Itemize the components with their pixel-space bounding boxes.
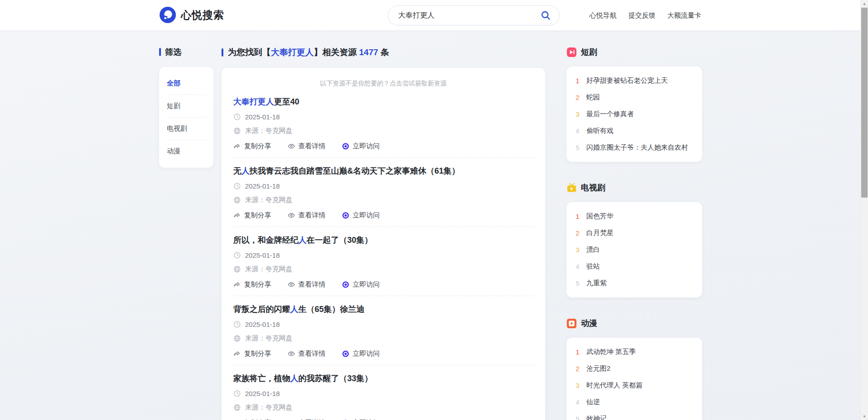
rank-item-label: 白月梵星 bbox=[586, 229, 613, 237]
copy-share-button[interactable]: 复制分享 bbox=[233, 211, 271, 220]
rank-heading: 动漫 bbox=[566, 318, 702, 329]
filter-item-all[interactable]: 全部 bbox=[167, 72, 206, 95]
result-source-row: 来源：夸克网盘 bbox=[233, 265, 533, 274]
results-count: 1477 bbox=[359, 47, 378, 57]
rank-item-label: 九重紫 bbox=[586, 279, 607, 288]
rank-list: 1好孕甜妻被钻石老公宠上天2蛇园3最后一个修真者4偷听有戏5闪婚京圈太子爷：夫人… bbox=[575, 72, 694, 156]
rank-number: 4 bbox=[575, 127, 580, 135]
result-date: 2025-01-18 bbox=[245, 182, 280, 190]
refresh-notice[interactable]: 以下资源不是你想要的？点击尝试获取新资源 bbox=[233, 77, 533, 89]
copy-share-button[interactable]: 复制分享 bbox=[233, 142, 271, 151]
result-source: 来源：夸克网盘 bbox=[245, 403, 292, 412]
site-logo[interactable]: 心悦搜索 bbox=[159, 6, 224, 24]
copy-share-button[interactable]: 复制分享 bbox=[233, 280, 271, 289]
rank-item[interactable]: 4驻站 bbox=[575, 258, 694, 275]
eye-icon bbox=[288, 142, 295, 150]
visit-now-button[interactable]: 立即访问 bbox=[342, 349, 380, 358]
rank-card: 1国色芳华2白月梵星3漂白4驻站5九重紫 bbox=[566, 202, 702, 297]
copy-share-button[interactable]: 复制分享 bbox=[233, 349, 271, 358]
page-scrollbar[interactable]: ▲ ▼ bbox=[860, 0, 868, 420]
visit-now-button[interactable]: 立即访问 bbox=[342, 280, 380, 289]
share-icon bbox=[233, 350, 241, 358]
rank-item[interactable]: 3时光代理人 英都篇 bbox=[575, 377, 694, 394]
clock-icon bbox=[233, 390, 241, 397]
filter-item-tvseries[interactable]: 电视剧 bbox=[167, 118, 206, 140]
rank-item-label: 仙逆 bbox=[586, 398, 600, 406]
result-title-link[interactable]: 无人扶我青云志我自踏雪至山巅&名动天下之家事难休（61集） bbox=[233, 165, 533, 176]
result-actions: 复制分享 查看详情 立即访问 bbox=[233, 349, 533, 358]
rank-item[interactable]: 1武动乾坤 第五季 bbox=[575, 344, 694, 360]
rank-number: 2 bbox=[575, 229, 580, 237]
rank-list: 1武动乾坤 第五季2沧元图23时光代理人 英都篇4仙逆5牧神记 bbox=[575, 344, 694, 420]
rank-item[interactable]: 2蛇园 bbox=[575, 89, 694, 106]
rank-heading: 电视剧 bbox=[566, 182, 702, 193]
rank-panel-anime: 动漫 1武动乾坤 第五季2沧元图23时光代理人 英都篇4仙逆5牧神记 bbox=[566, 318, 702, 420]
results-list: 大奉打更人更至40 2025-01-18 来源：夸克网盘 bbox=[233, 89, 533, 420]
rank-item[interactable]: 4偷听有戏 bbox=[575, 123, 694, 139]
visit-now-button[interactable]: 立即访问 bbox=[342, 211, 380, 220]
filter-item-anime[interactable]: 动漫 bbox=[167, 140, 206, 162]
rank-number: 4 bbox=[575, 398, 580, 406]
results-keyword: 大奉打更人 bbox=[271, 47, 314, 57]
rank-item[interactable]: 2白月梵星 bbox=[575, 225, 694, 241]
rank-item[interactable]: 5闪婚京圈太子爷：夫人她来自农村 bbox=[575, 139, 694, 156]
rank-item[interactable]: 3漂白 bbox=[575, 241, 694, 258]
results-title: 为您找到【大奉打更人】相关资源 1477 条 bbox=[228, 47, 389, 58]
nav-item-navigation[interactable]: 心悦导航 bbox=[590, 11, 617, 20]
globe-icon bbox=[233, 196, 241, 204]
rank-item[interactable]: 5牧神记 bbox=[575, 411, 694, 420]
rank-item[interactable]: 1好孕甜妻被钻石老公宠上天 bbox=[575, 72, 694, 89]
result-actions: 复制分享 查看详情 立即访问 bbox=[233, 211, 533, 220]
view-detail-label: 查看详情 bbox=[298, 142, 326, 151]
nav-item-feedback[interactable]: 提交反馈 bbox=[628, 11, 656, 20]
rank-item-label: 驻站 bbox=[586, 262, 600, 271]
view-detail-button[interactable]: 查看详情 bbox=[288, 349, 326, 358]
rank-item[interactable]: 4仙逆 bbox=[575, 394, 694, 411]
result-date: 2025-01-18 bbox=[245, 321, 280, 328]
filter-title: 筛选 bbox=[165, 47, 181, 57]
result-item: 无人扶我青云志我自踏雪至山巅&名动天下之家事难休（61集） 2025-01-18… bbox=[233, 158, 533, 227]
search-icon[interactable] bbox=[540, 9, 552, 21]
scrollbar-thumb[interactable] bbox=[861, 8, 868, 198]
globe-icon bbox=[233, 265, 241, 273]
search-input[interactable] bbox=[398, 11, 540, 19]
rank-panel-tvseries: 电视剧 1国色芳华2白月梵星3漂白4驻站5九重紫 bbox=[566, 182, 702, 297]
result-item: 大奉打更人更至40 2025-01-18 来源：夸克网盘 bbox=[233, 89, 533, 158]
view-detail-button[interactable]: 查看详情 bbox=[288, 211, 326, 220]
accent-bar bbox=[159, 48, 161, 56]
rank-item[interactable]: 3最后一个修真者 bbox=[575, 106, 694, 123]
copy-share-label: 复制分享 bbox=[244, 280, 271, 289]
rank-number: 3 bbox=[575, 382, 580, 389]
rankings-sidebar: 短剧 1好孕甜妻被钻石老公宠上天2蛇园3最后一个修真者4偷听有戏5闪婚京圈太子爷… bbox=[566, 47, 702, 420]
result-title-link[interactable]: 所以，和金牌经纪人在一起了（30集） bbox=[233, 235, 533, 245]
view-detail-button[interactable]: 查看详情 bbox=[288, 142, 326, 151]
logo-text: 心悦搜索 bbox=[181, 8, 224, 22]
rank-item[interactable]: 1国色芳华 bbox=[575, 208, 694, 225]
rank-card: 1好孕甜妻被钻石老公宠上天2蛇园3最后一个修真者4偷听有戏5闪婚京圈太子爷：夫人… bbox=[566, 66, 702, 162]
result-title-link[interactable]: 大奉打更人更至40 bbox=[233, 96, 533, 107]
result-title-link[interactable]: 背叛之后的闪耀人生（65集）徐兰迪 bbox=[233, 304, 533, 315]
share-icon bbox=[233, 142, 241, 150]
drama-icon bbox=[566, 47, 577, 57]
result-actions: 复制分享 查看详情 立即访问 bbox=[233, 280, 533, 289]
nav-item-dataplan[interactable]: 大额流量卡 bbox=[667, 11, 701, 20]
rank-heading: 短剧 bbox=[566, 47, 702, 57]
view-detail-label: 查看详情 bbox=[298, 349, 326, 358]
scroll-up-arrow[interactable]: ▲ bbox=[861, 0, 868, 7]
result-source-row: 来源：夸克网盘 bbox=[233, 196, 533, 204]
globe-icon bbox=[233, 127, 241, 135]
filter-item-shortdrama[interactable]: 短剧 bbox=[167, 95, 206, 118]
top-header: 心悦搜索 心悦导航 提交反馈 大额流量卡 bbox=[0, 0, 860, 31]
rank-item[interactable]: 2沧元图2 bbox=[575, 360, 694, 377]
result-title-link[interactable]: 家族将亡，植物人的我苏醒了（33集） bbox=[233, 373, 533, 384]
result-date: 2025-01-18 bbox=[245, 113, 280, 121]
scroll-down-arrow[interactable]: ▼ bbox=[861, 413, 868, 420]
rank-item-label: 偷听有戏 bbox=[586, 127, 613, 135]
result-date-row: 2025-01-18 bbox=[233, 113, 533, 121]
visit-now-button[interactable]: 立即访问 bbox=[342, 142, 380, 151]
results-heading: 为您找到【大奉打更人】相关资源 1477 条 bbox=[222, 47, 545, 58]
eye-icon bbox=[288, 350, 295, 358]
rank-list: 1国色芳华2白月梵星3漂白4驻站5九重紫 bbox=[575, 208, 694, 292]
rank-item[interactable]: 5九重紫 bbox=[575, 275, 694, 292]
view-detail-button[interactable]: 查看详情 bbox=[288, 280, 326, 289]
